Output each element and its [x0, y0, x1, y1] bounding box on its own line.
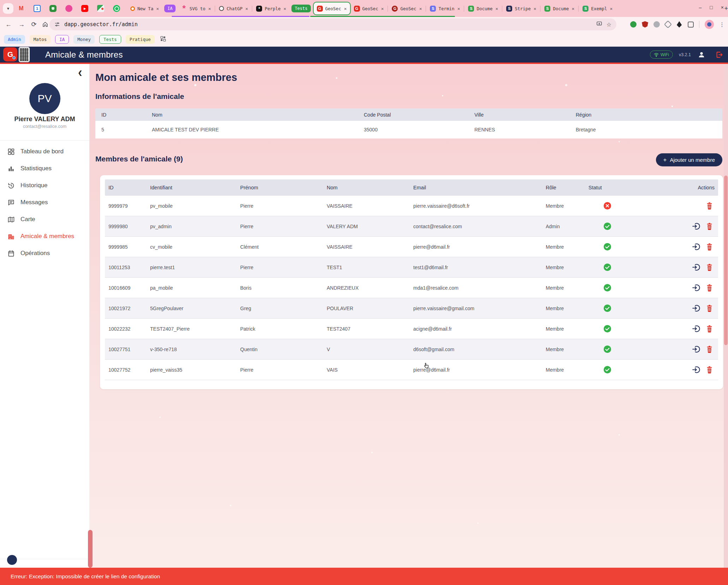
url-bar[interactable]: dapp.geosector.fr/admin ☆ [49, 18, 616, 30]
browser-tab-geosec[interactable]: GGeoSec× [351, 2, 387, 14]
browser-tab-docume[interactable]: SDocume× [541, 2, 578, 14]
delete-button[interactable] [706, 366, 713, 374]
calendar-favicon-icon[interactable]: 1 [34, 5, 41, 12]
impersonate-button[interactable] [692, 222, 700, 231]
forward-button[interactable]: → [15, 17, 28, 32]
tab-close-icon[interactable]: × [208, 6, 211, 11]
impersonate-button[interactable] [692, 242, 700, 251]
extension-diamond-icon[interactable] [664, 20, 672, 29]
bookmark-matos[interactable]: Matos [30, 35, 51, 44]
browser-tab-new-ta[interactable]: New Ta× [127, 2, 162, 14]
bookmark-ia[interactable]: IA [55, 35, 69, 44]
sidebar-divider [0, 140, 89, 141]
browser-tab-chatgp[interactable]: ChatGP× [216, 2, 251, 14]
teacup-favicon-icon[interactable] [49, 5, 57, 12]
profile-avatar[interactable] [705, 20, 714, 29]
maximize-button[interactable]: □ [710, 5, 712, 10]
browser-tab-exempl[interactable]: SExempl× [579, 2, 616, 14]
tab-close-icon[interactable]: × [534, 6, 537, 11]
cell-identifiant: v-350-re718 [150, 347, 240, 352]
row-actions [652, 365, 715, 374]
delete-button[interactable] [706, 222, 713, 230]
bookmark-pratique[interactable]: Pratique [126, 35, 155, 44]
sidebar-item-amicale-membres[interactable]: Amicale & membres [0, 228, 89, 245]
browser-tab-geosec[interactable]: GGeoSec× [313, 2, 351, 15]
bookmark-money[interactable]: Money [73, 35, 95, 44]
page-scrollbar[interactable] [724, 64, 728, 568]
sidebar-collapse-chevron-icon[interactable]: ❮ [78, 70, 82, 76]
browser-tab-termin[interactable]: STermin× [427, 2, 463, 14]
install-app-icon[interactable] [596, 21, 602, 28]
tab-close-icon[interactable]: × [156, 6, 159, 11]
app-logo[interactable]: G [3, 47, 17, 61]
whatsapp-favicon-icon[interactable] [113, 5, 120, 12]
url-text[interactable]: dapp.geosector.fr/admin [64, 21, 592, 28]
tab-close-icon[interactable]: × [245, 6, 248, 11]
delete-button[interactable] [706, 263, 713, 271]
user-account-icon[interactable] [698, 51, 705, 59]
impersonate-button[interactable] [692, 324, 700, 333]
sidebar-item-historique[interactable]: Historique [0, 177, 89, 194]
tab-close-icon[interactable]: × [496, 6, 498, 11]
browser-tab-docume[interactable]: SDocume× [465, 2, 501, 14]
sidebar-item-tableau-de-bord[interactable]: Tableau de bord [0, 143, 89, 160]
bookmark-star-icon[interactable]: ☆ [606, 21, 611, 28]
gmail-favicon-icon[interactable]: M [18, 5, 25, 12]
reload-button[interactable]: ⟳ [28, 17, 40, 32]
new-tab-button[interactable]: + [724, 5, 728, 12]
youtube-favicon-icon[interactable]: ▶ [81, 5, 88, 12]
extensions-puzzle-icon[interactable] [688, 22, 694, 28]
extension-gray-icon[interactable] [653, 21, 660, 28]
bookmark-tests[interactable]: Tests [99, 35, 121, 44]
tab-group-label-tests[interactable]: Tests [291, 5, 310, 12]
browser-tab-perple[interactable]: *Perple× [253, 2, 289, 14]
tab-group-label-ia[interactable]: IA [164, 5, 176, 12]
browser-tab-svg-to[interactable]: *SVG to× [178, 2, 214, 14]
tab-close-icon[interactable]: × [284, 6, 286, 11]
impersonate-button[interactable] [692, 304, 700, 313]
impersonate-button[interactable] [692, 263, 700, 272]
delete-button[interactable] [706, 284, 713, 292]
avatar: PV [29, 83, 60, 114]
sidebar-item-statistiques[interactable]: Statistiques [0, 160, 89, 177]
browser-tab-geosec[interactable]: GGeoSec× [389, 2, 425, 14]
tab-close-icon[interactable]: × [381, 6, 384, 11]
tab-search-chevron-icon[interactable]: ▾ [3, 3, 13, 14]
tab-close-icon[interactable]: × [344, 6, 347, 11]
table-row: 10022232TEST2407_PierrePatrickTEST2407ac… [105, 319, 718, 339]
extension-pen-icon[interactable] [676, 21, 682, 28]
scrollbar-thumb[interactable] [724, 176, 728, 345]
cell-email: d6soft@gmail.com [413, 347, 546, 352]
sidebar-item-op-rations[interactable]: Opérations [0, 245, 89, 262]
maps-favicon-icon[interactable] [97, 5, 104, 12]
sidebar-bottom-button[interactable] [7, 555, 17, 565]
tab-close-icon[interactable]: × [457, 6, 460, 11]
browser-tab-stripe[interactable]: SStripe× [503, 2, 539, 14]
back-button[interactable]: ← [2, 17, 15, 32]
minimize-button[interactable]: – [699, 5, 702, 10]
delete-button[interactable] [706, 243, 713, 251]
extension-shield-icon[interactable] [642, 21, 648, 28]
delete-button[interactable] [706, 345, 713, 353]
sidebar-item-carte[interactable]: Carte [0, 211, 89, 228]
tab-close-icon[interactable]: × [419, 6, 422, 11]
delete-button[interactable] [706, 304, 713, 312]
bookmark-admin[interactable]: Admin [4, 35, 25, 44]
browser-menu-icon[interactable]: ⋮ [719, 21, 725, 28]
delete-button[interactable] [706, 325, 713, 333]
extension-green-icon[interactable] [630, 21, 637, 28]
impersonate-button[interactable] [692, 365, 700, 374]
tab-close-icon[interactable]: × [610, 6, 613, 11]
impersonate-button[interactable] [692, 283, 700, 292]
delete-button[interactable] [706, 202, 713, 210]
add-member-button[interactable]: + Ajouter un membre [656, 153, 723, 166]
sidebar-scrollbar-thumb[interactable] [88, 530, 93, 568]
logout-icon[interactable] [715, 51, 723, 59]
sidebar-item-messages[interactable]: Messages [0, 194, 89, 211]
tab-close-icon[interactable]: × [572, 6, 575, 11]
close-window-button[interactable]: × [721, 5, 724, 10]
site-settings-icon[interactable] [54, 22, 60, 27]
bookmarks-grid-icon[interactable] [160, 36, 166, 43]
pink-app-favicon-icon[interactable] [65, 5, 72, 12]
impersonate-button[interactable] [692, 345, 700, 354]
